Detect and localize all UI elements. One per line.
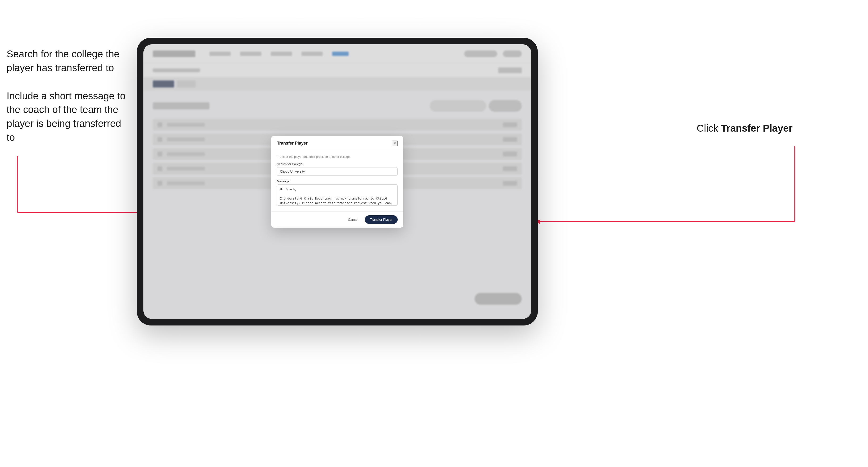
message-textarea[interactable] — [277, 184, 398, 206]
modal-header: Transfer Player × — [271, 136, 403, 150]
tablet-screen: Transfer Player × Transfer the player an… — [144, 44, 531, 319]
annotation-search-text: Search for the college the player has tr… — [7, 47, 129, 75]
annotation-left: Search for the college the player has tr… — [7, 47, 129, 159]
modal-body: Transfer the player and their profile to… — [271, 150, 403, 211]
message-label: Message — [277, 180, 398, 183]
modal-footer: Cancel Transfer Player — [271, 211, 403, 228]
modal-title: Transfer Player — [277, 141, 308, 146]
modal-close-button[interactable]: × — [392, 141, 398, 146]
modal-subtitle: Transfer the player and their profile to… — [277, 155, 398, 158]
annotation-click-text: Click — [697, 123, 721, 134]
annotation-right: Click Transfer Player — [697, 123, 793, 134]
annotation-transfer-bold: Transfer Player — [721, 123, 793, 134]
transfer-player-modal: Transfer Player × Transfer the player an… — [271, 136, 403, 228]
close-icon: × — [394, 141, 396, 146]
tablet-device: Transfer Player × Transfer the player an… — [137, 38, 538, 325]
college-search-input[interactable] — [277, 167, 398, 176]
annotation-message-text: Include a short message to the coach of … — [7, 89, 129, 145]
cancel-button[interactable]: Cancel — [344, 216, 362, 223]
modal-overlay: Transfer Player × Transfer the player an… — [144, 44, 531, 319]
college-label: Search for College — [277, 162, 398, 166]
transfer-player-button[interactable]: Transfer Player — [365, 215, 398, 224]
